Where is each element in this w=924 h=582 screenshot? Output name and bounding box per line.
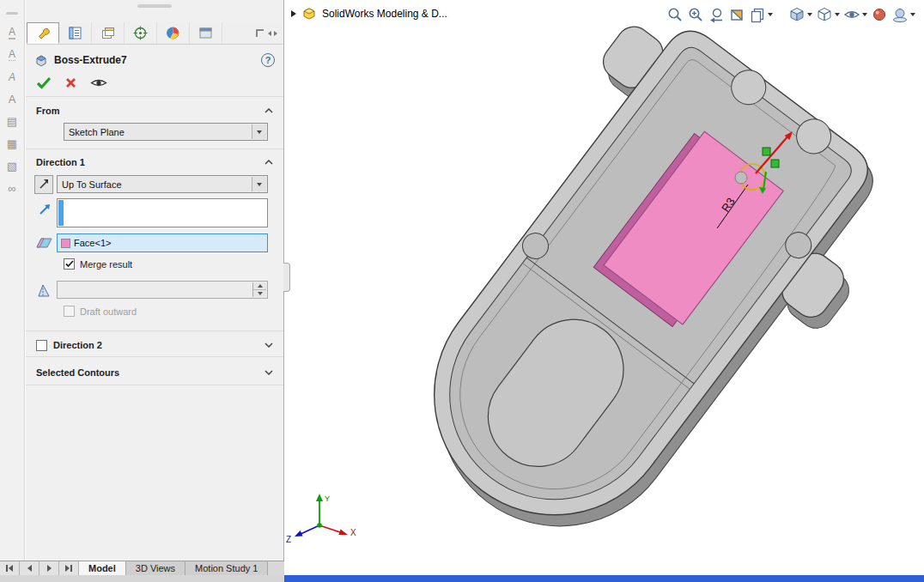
chevron-up-icon — [264, 108, 273, 113]
ok-button[interactable] — [36, 76, 52, 89]
surface-selection-field[interactable]: Face<1> — [57, 233, 268, 252]
tab-overflow-button[interactable] — [222, 22, 283, 44]
tab-scroll-last-button[interactable] — [59, 561, 79, 575]
view-settings-button[interactable] — [747, 5, 775, 24]
start-condition-dropdown[interactable]: Sketch Plane — [64, 123, 268, 141]
magnifier-icon — [666, 6, 684, 23]
eye-icon — [843, 6, 860, 23]
start-condition-value: Sketch Plane — [69, 127, 125, 137]
draft-outward-row: Draft outward — [64, 306, 137, 317]
section-direction2-header[interactable]: Direction 2 — [36, 338, 273, 352]
wireframe-cube-icon — [816, 6, 833, 23]
tab-extra-panel[interactable] — [190, 22, 222, 44]
document-title[interactable]: SolidWorks Modeling & D... — [322, 8, 447, 20]
feature-title-row: Boss-Extrude7 ? — [34, 52, 275, 69]
annotation-tool-icon-1[interactable]: A — [3, 23, 21, 41]
z-axis-label: Z — [286, 535, 291, 544]
tab-scroll-first-button[interactable] — [0, 561, 20, 575]
section-selected-contours-header[interactable]: Selected Contours — [36, 366, 273, 379]
chevron-down-icon — [264, 370, 273, 375]
solidworks-doc-icon — [302, 7, 316, 21]
toolbar-grip[interactable] — [6, 12, 18, 15]
pages-icon — [749, 6, 766, 23]
tab-scroll-left-button[interactable] — [20, 561, 40, 575]
tab-propertymanager[interactable] — [27, 22, 59, 44]
chevron-up-icon — [264, 160, 273, 165]
manipulator-sphere[interactable] — [735, 172, 747, 184]
direction1-label: Direction 1 — [36, 157, 85, 167]
edit-appearance-button[interactable] — [869, 5, 890, 24]
active-field-accent — [58, 200, 64, 226]
configurations-icon — [100, 25, 116, 41]
preview-eye-button[interactable] — [90, 77, 107, 88]
section-direction1-header[interactable]: Direction 1 — [36, 155, 273, 169]
viewport-breadcrumb: SolidWorks Modeling & D... — [291, 7, 447, 21]
zoom-to-fit-button[interactable] — [665, 5, 685, 24]
apply-scene-button[interactable] — [890, 5, 917, 24]
annotation-tool-icon-6[interactable]: ▦ — [3, 135, 21, 153]
annotation-tool-icon-5[interactable]: ▤ — [3, 112, 21, 130]
origin-triad: Y X Z — [286, 494, 356, 544]
dropdown-caret-icon — [768, 13, 773, 16]
display-style-button[interactable] — [814, 5, 842, 24]
dropdown-caret-icon — [910, 13, 915, 16]
tab-scroll-right-button[interactable] — [40, 561, 59, 575]
breadcrumb-expand-icon[interactable] — [291, 10, 296, 17]
target-icon — [132, 25, 149, 41]
heads-up-toolbar — [665, 5, 917, 24]
face-color-swatch — [61, 239, 70, 248]
extrude-direction-icon — [37, 202, 52, 217]
annotation-tool-icon-4[interactable]: A — [3, 90, 21, 108]
view-orientation-button[interactable] — [787, 5, 814, 24]
section-view-button[interactable] — [726, 5, 747, 24]
view-cube-icon — [788, 6, 805, 23]
cancel-button[interactable] — [65, 77, 76, 88]
merge-result-checkbox[interactable] — [64, 258, 75, 270]
tab-featuremanager[interactable] — [59, 22, 92, 44]
draft-angle-field[interactable] — [57, 281, 268, 299]
hide-show-items-button[interactable] — [842, 5, 869, 24]
panel-tab-bar — [27, 22, 283, 45]
dropdown-caret-icon — [807, 13, 812, 16]
annotation-tool-icon-8[interactable]: ∞ — [3, 179, 21, 197]
previous-view-button[interactable] — [706, 5, 726, 24]
pane-icon — [198, 25, 214, 41]
tab-dimxpertmanager[interactable] — [125, 22, 157, 44]
graphics-area[interactable]: R3 Y X — [284, 0, 924, 575]
panel-grip[interactable] — [137, 4, 172, 8]
dropdown-arrow-icon — [252, 124, 266, 139]
document-tab-bar: Model 3D Views Motion Study 1 — [0, 561, 284, 575]
zoom-to-area-button[interactable] — [685, 5, 706, 24]
tab-configurationmanager[interactable] — [92, 22, 125, 44]
tab-displaymanager[interactable] — [157, 22, 190, 44]
annotation-tool-icon-7[interactable]: ▧ — [3, 157, 21, 175]
direction-reference-box[interactable] — [57, 198, 268, 227]
spin-down-icon — [253, 290, 266, 297]
feature-title: Boss-Extrude7 — [54, 54, 127, 66]
separator — [26, 330, 283, 331]
section-from-header[interactable]: From — [36, 104, 273, 118]
tab-3d-views[interactable]: 3D Views — [126, 561, 185, 575]
solidworks-window: A A A A ▤ ▦ ▧ ∞ — [0, 0, 924, 582]
spinner-buttons[interactable] — [252, 282, 266, 297]
panel-splitter-handle[interactable] — [283, 263, 290, 292]
separator — [26, 96, 283, 97]
tab-model[interactable]: Model — [79, 561, 126, 575]
reverse-direction-button[interactable] — [34, 175, 53, 194]
surface-selection-value: Face<1> — [74, 238, 111, 248]
direction2-checkbox[interactable] — [36, 340, 47, 351]
annotation-tool-icon-3[interactable]: A — [3, 68, 21, 86]
direction2-label: Direction 2 — [53, 340, 102, 350]
boss-extrude-icon — [34, 53, 48, 67]
dropdown-caret-icon — [862, 13, 867, 16]
selection-handle-2[interactable] — [771, 160, 779, 167]
help-icon[interactable]: ? — [261, 53, 275, 67]
property-manager-panel: Boss-Extrude7 ? From Sketch Plane Direct… — [26, 0, 283, 561]
end-condition-dropdown[interactable]: Up To Surface — [57, 175, 268, 193]
draft-outward-checkbox[interactable] — [64, 306, 75, 317]
selection-handle-1[interactable] — [763, 148, 770, 155]
separator — [26, 149, 283, 149]
annotation-tool-icon-2[interactable]: A — [3, 45, 21, 64]
from-label: From — [36, 106, 60, 116]
tab-motion-study-1[interactable]: Motion Study 1 — [185, 561, 268, 575]
